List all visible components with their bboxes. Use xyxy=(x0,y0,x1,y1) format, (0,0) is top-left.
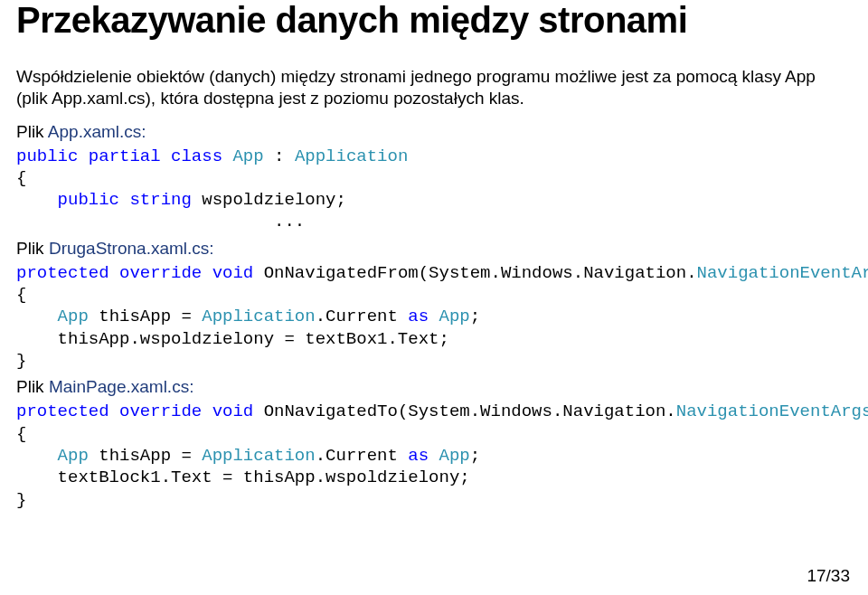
assign-thisapp2: thisApp = xyxy=(89,446,202,466)
brace-close: } xyxy=(16,351,26,371)
type-app2: App xyxy=(429,307,470,326)
semicolon2: ; xyxy=(470,446,480,466)
type-app-local2: App xyxy=(16,446,89,466)
brace-open2: { xyxy=(16,424,26,444)
kw-class: class xyxy=(161,146,222,166)
method-onnavfrom: OnNavigatedFrom(System.Windows.Navigatio… xyxy=(253,263,696,283)
stmt-assign-text: thisApp.wspoldzielony = textBox1.Text; xyxy=(16,329,449,349)
kw-protected2: protected xyxy=(16,401,109,421)
page-number: 17/33 xyxy=(807,566,850,586)
kw-protected: protected xyxy=(16,263,109,283)
type-application3: Application xyxy=(202,446,315,466)
assign-thisapp: thisApp = xyxy=(89,307,202,326)
type-app: App xyxy=(222,146,264,166)
sep-colon: : xyxy=(264,146,295,166)
ellipsis: ... xyxy=(16,212,305,231)
kw-public: public xyxy=(16,146,78,166)
kw-string: string xyxy=(119,190,192,210)
type-application2: Application xyxy=(202,307,315,326)
dot-current: .Current xyxy=(316,307,409,326)
kw-void2: void xyxy=(202,401,253,421)
file-label-prefix: Plik xyxy=(16,377,49,396)
type-app3: App xyxy=(429,446,470,466)
file-label-name: DrugaStrona.xaml.cs: xyxy=(49,239,214,258)
file-label-name: MainPage.xaml.cs: xyxy=(49,377,194,396)
kw-public2: public xyxy=(16,190,119,210)
kw-as2: as xyxy=(408,446,429,466)
code-block-main: protected override void OnNavigatedTo(Sy… xyxy=(16,401,852,511)
brace-open: { xyxy=(16,168,26,188)
type-naveventargs2: NavigationEventArgs xyxy=(676,401,868,421)
stmt-read-text: textBlock1.Text = thisApp.wspoldzielony; xyxy=(16,468,470,487)
semicolon: ; xyxy=(470,307,480,326)
file-label-prefix: Plik xyxy=(16,122,48,141)
type-naveventargs: NavigationEventArgs xyxy=(697,263,868,283)
type-app-local: App xyxy=(16,307,89,326)
file-label-main: Plik MainPage.xaml.cs: xyxy=(16,377,852,397)
file-label-name: App.xaml.cs: xyxy=(48,122,146,141)
file-label-prefix: Plik xyxy=(16,239,49,258)
code-block-druga: protected override void OnNavigatedFrom(… xyxy=(16,262,852,373)
page-title: Przekazywanie danych między stronami xyxy=(16,0,852,41)
code-block-app: public partial class App : Application {… xyxy=(16,146,852,233)
file-label-app: Plik App.xaml.cs: xyxy=(16,122,852,142)
brace-close2: } xyxy=(16,490,26,510)
kw-as: as xyxy=(408,307,429,326)
field-wspoldzielony: wspoldzielony; xyxy=(192,190,346,210)
method-onnavto: OnNavigatedTo(System.Windows.Navigation. xyxy=(253,401,675,421)
kw-partial: partial xyxy=(78,146,160,166)
kw-override: override xyxy=(109,263,203,283)
file-label-druga: Plik DrugaStrona.xaml.cs: xyxy=(16,239,852,259)
kw-void: void xyxy=(202,263,253,283)
type-application: Application xyxy=(295,146,408,166)
kw-override2: override xyxy=(109,401,203,421)
brace-open: { xyxy=(16,285,26,305)
slide-page: Przekazywanie danych między stronami Wsp… xyxy=(0,0,868,595)
intro-paragraph: Współdzielenie obiektów (danych) między … xyxy=(16,66,852,109)
dot-current2: .Current xyxy=(316,446,409,466)
